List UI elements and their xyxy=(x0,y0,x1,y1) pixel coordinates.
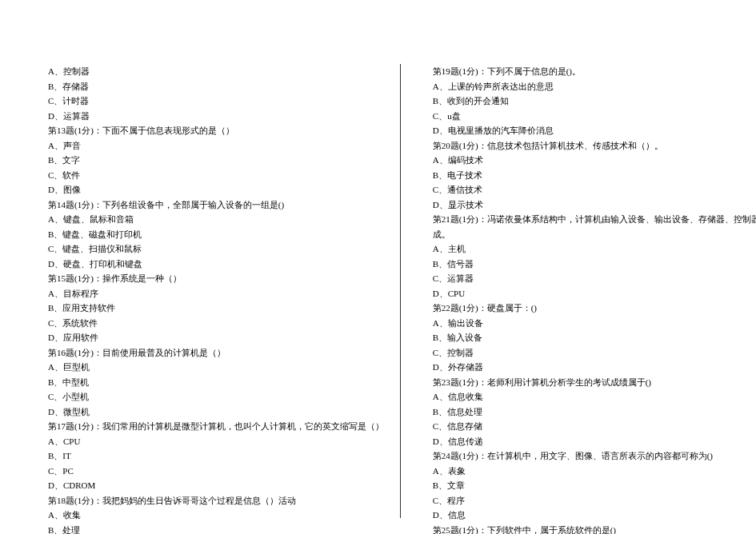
text-line: C、软件 xyxy=(48,168,384,183)
text-line: A、信息收集 xyxy=(433,389,756,404)
text-line: 第16题(1分)：目前使用最普及的计算机是（） xyxy=(48,345,384,361)
text-line: A、输出设备 xyxy=(433,316,756,331)
text-line: C、键盘、扫描仪和鼠标 xyxy=(48,241,384,257)
text-line: D、CPU xyxy=(433,286,756,301)
text-line: B、IT xyxy=(48,448,384,464)
left-column: A、控制器B、存储器C、计时器D、运算器第13题(1分)：下面不属于信息表现形式… xyxy=(48,64,401,518)
text-line: D、硬盘、打印机和键盘 xyxy=(48,257,384,272)
text-line: C、控制器 xyxy=(433,345,756,361)
text-line: B、存储器 xyxy=(48,79,384,94)
text-line: B、文字 xyxy=(48,153,384,168)
text-line: 第23题(1分)：老师利用计算机分析学生的考试成绩属于() xyxy=(433,375,756,390)
text-line: B、处理 xyxy=(48,523,384,535)
text-line: A、控制器 xyxy=(48,64,384,79)
text-line: 第15题(1分)：操作系统是一种（） xyxy=(48,271,384,286)
text-line: A、键盘、鼠标和音箱 xyxy=(48,212,384,227)
text-line: A、主机 xyxy=(433,241,756,257)
text-line: 第18题(1分)：我把妈妈的生日告诉哥哥这个过程是信息（）活动 xyxy=(48,493,384,508)
text-line: C、系统软件 xyxy=(48,316,384,331)
text-line: D、CDROM xyxy=(48,478,384,493)
right-column: 第19题(1分)：下列不属于信息的是()。A、上课的铃声所表达出的意思B、收到的… xyxy=(401,64,756,518)
text-line: C、通信技术 xyxy=(433,182,756,197)
text-line: C、运算器 xyxy=(433,271,756,286)
text-line: D、图像 xyxy=(48,182,384,197)
text-line: B、键盘、磁盘和打印机 xyxy=(48,227,384,242)
text-line: B、文章 xyxy=(433,478,756,493)
text-line: D、微型机 xyxy=(48,404,384,420)
text-line: A、表象 xyxy=(433,464,756,479)
text-line: B、应用支持软件 xyxy=(48,301,384,316)
text-line: B、信号器 xyxy=(433,257,756,272)
text-line: D、显示技术 xyxy=(433,197,756,213)
text-line: A、声音 xyxy=(48,138,384,153)
text-line: A、编码技术 xyxy=(433,153,756,168)
text-line: C、PC xyxy=(48,464,384,479)
text-line: 第22题(1分)：硬盘属于：() xyxy=(433,301,756,316)
text-line: 第13题(1分)：下面不属于信息表现形式的是（） xyxy=(48,123,384,138)
text-line: 第19题(1分)：下列不属于信息的是()。 xyxy=(433,64,756,79)
text-line: A、目标程序 xyxy=(48,286,384,301)
text-line: 第24题(1分)：在计算机中，用文字、图像、语言所表示的内容都可称为() xyxy=(433,448,756,464)
text-line: D、运算器 xyxy=(48,109,384,124)
text-line: 第25题(1分)：下列软件中，属于系统软件的是() xyxy=(433,523,756,535)
text-line: C、小型机 xyxy=(48,389,384,404)
text-line: C、计时器 xyxy=(48,94,384,109)
text-line: D、信息传递 xyxy=(433,434,756,449)
text-line: 第21题(1分)：冯诺依曼体系结构中，计算机由输入设备、输出设备、存储器、控制器… xyxy=(433,212,756,227)
text-line: B、收到的开会通知 xyxy=(433,94,756,109)
text-line: B、信息处理 xyxy=(433,404,756,420)
text-line: 成。 xyxy=(433,227,756,242)
text-line: A、巨型机 xyxy=(48,360,384,375)
document-page: A、控制器B、存储器C、计时器D、运算器第13题(1分)：下面不属于信息表现形式… xyxy=(0,0,756,534)
text-line: D、信息 xyxy=(433,508,756,523)
text-line: 第20题(1分)：信息技术包括计算机技术、传感技术和（）。 xyxy=(433,138,756,153)
text-line: B、输入设备 xyxy=(433,330,756,345)
text-line: D、应用软件 xyxy=(48,330,384,345)
text-line: C、u盘 xyxy=(433,109,756,124)
text-line: A、上课的铃声所表达出的意思 xyxy=(433,79,756,94)
text-line: B、中型机 xyxy=(48,375,384,390)
text-line: 第17题(1分)：我们常用的计算机是微型计算机，也叫个人计算机，它的英文缩写是（… xyxy=(48,419,384,434)
text-line: 第14题(1分)：下列各组设备中，全部属于输入设备的一组是() xyxy=(48,197,384,213)
text-line: D、电视里播放的汽车降价消息 xyxy=(433,123,756,138)
text-line: A、CPU xyxy=(48,434,384,449)
text-line: B、电子技术 xyxy=(433,168,756,183)
text-line: D、外存储器 xyxy=(433,360,756,375)
text-line: C、信息存储 xyxy=(433,419,756,434)
text-line: A、收集 xyxy=(48,508,384,523)
text-line: C、程序 xyxy=(433,493,756,508)
